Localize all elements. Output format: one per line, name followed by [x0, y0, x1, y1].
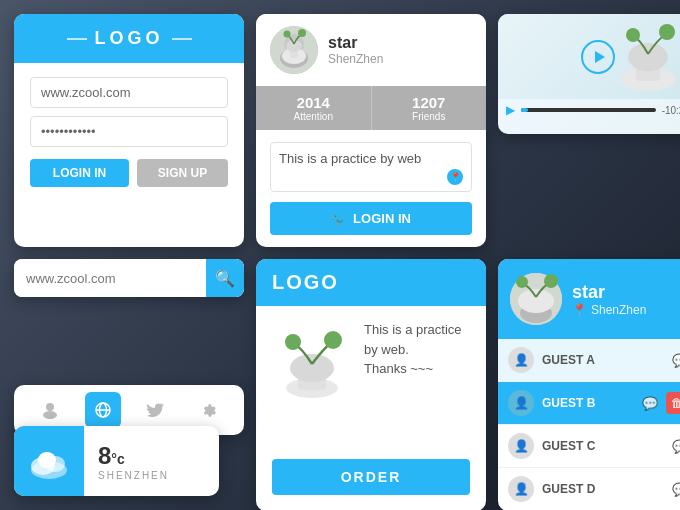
login-card: LOGO LOGIN IN SIGN UP — [14, 14, 244, 247]
profile2-info: star 📍 ShenZhen — [572, 282, 646, 317]
video-time: -10:23 — [662, 105, 680, 116]
location-dot-icon: 📍 — [447, 169, 463, 185]
weather-icon-area — [14, 426, 84, 496]
thanks-text: Thanks ~~~ — [364, 361, 433, 376]
guest-list: 👤 GUEST A 💬 👤 GUEST B 💬 🗑 👤 GUEST C 💬 👤 … — [498, 339, 680, 510]
stat-friends: 1207 Friends — [371, 86, 487, 130]
guest-item-c[interactable]: 👤 GUEST C 💬 — [498, 425, 680, 468]
search-card: 🔍 — [14, 259, 244, 297]
search-icon: 🔍 — [215, 269, 235, 288]
logo2-card: LOGO This is a practice by web. Thanks ~… — [256, 259, 486, 510]
logo2-label: LOGO — [272, 271, 339, 293]
svg-point-21 — [544, 274, 558, 288]
guest-b-name: GUEST B — [542, 396, 634, 410]
video-card: ▶ -10:23 — [498, 14, 680, 134]
svg-point-12 — [626, 28, 640, 42]
svg-point-16 — [324, 331, 342, 349]
login-buttons: LOGIN IN SIGN UP — [30, 159, 228, 187]
body-text: This is a practice by web. — [364, 322, 462, 357]
gear-icon[interactable] — [190, 392, 226, 428]
svg-point-7 — [284, 31, 291, 38]
url-input[interactable] — [30, 77, 228, 108]
svg-point-24 — [43, 411, 57, 419]
search-input[interactable] — [14, 259, 206, 297]
logo2-body: This is a practice by web. Thanks ~~~ — [256, 306, 486, 459]
stat-attention: 2014 Attention — [256, 86, 371, 130]
svg-point-11 — [659, 24, 675, 40]
profile-info: star ShenZhen — [328, 34, 472, 66]
svg-point-6 — [298, 29, 306, 37]
guest-c-name: GUEST C — [542, 439, 664, 453]
guest-d-icon: 👤 — [508, 476, 534, 502]
weather-info: 8°c SHENZHEN — [84, 426, 183, 496]
profile-card: star ShenZhen 2014 Attention 1207 Friend… — [256, 14, 486, 247]
signup-button[interactable]: SIGN UP — [137, 159, 228, 187]
person-icon[interactable] — [32, 392, 68, 428]
guest-item-d[interactable]: 👤 GUEST D 💬 — [498, 468, 680, 510]
profile-header: star ShenZhen — [256, 14, 486, 86]
svg-point-20 — [518, 289, 554, 313]
video-thumbnail — [498, 14, 680, 99]
profile2-avatar — [510, 273, 562, 325]
video-controls: ▶ -10:23 — [498, 99, 680, 121]
password-input[interactable] — [30, 116, 228, 147]
guest-d-msg-icon[interactable]: 💬 — [672, 482, 680, 497]
svg-point-23 — [46, 403, 54, 411]
attention-label: Attention — [256, 111, 371, 122]
attention-number: 2014 — [256, 94, 371, 111]
login-button[interactable]: LOGIN IN — [30, 159, 129, 187]
guest-c-icon: 👤 — [508, 433, 534, 459]
guest-a-name: GUEST A — [542, 353, 664, 367]
profile2-location: 📍 ShenZhen — [572, 303, 646, 317]
svg-point-5 — [286, 40, 302, 52]
svg-point-15 — [290, 354, 334, 382]
guest-b-msg-icon[interactable]: 💬 — [642, 396, 658, 411]
svg-point-31 — [38, 452, 56, 468]
profile2-city: ShenZhen — [591, 303, 646, 317]
guest-d-name: GUEST D — [542, 482, 664, 496]
profile2-card: star 📍 ShenZhen 👤 GUEST A 💬 👤 GUEST B 💬 … — [498, 259, 680, 510]
guest-b-icon: 👤 — [508, 390, 534, 416]
avatar — [270, 26, 318, 74]
weather-temperature: 8°c — [98, 442, 169, 470]
logo-label: LOGO — [95, 28, 164, 49]
order-button[interactable]: ORDER — [272, 459, 470, 495]
twitter-icon[interactable] — [137, 392, 173, 428]
play-button[interactable] — [581, 40, 615, 74]
progress-bar[interactable] — [521, 108, 656, 112]
delete-icon[interactable]: 🗑 — [666, 392, 680, 414]
svg-point-10 — [628, 43, 668, 71]
practice-text: This is a practice by web — [279, 151, 421, 166]
svg-point-17 — [285, 334, 301, 350]
play-small-icon[interactable]: ▶ — [506, 103, 515, 117]
guest-a-msg-icon[interactable]: 💬 — [672, 353, 680, 368]
profile-name: star — [328, 34, 472, 52]
practice-text-box: This is a practice by web 📍 — [270, 142, 472, 192]
weather-city: SHENZHEN — [98, 470, 169, 481]
guest-item-a[interactable]: 👤 GUEST A 💬 — [498, 339, 680, 382]
guest-item-b[interactable]: 👤 GUEST B 💬 🗑 — [498, 382, 680, 425]
friends-label: Friends — [372, 111, 487, 122]
login-body: LOGIN IN SIGN UP — [14, 63, 244, 203]
play-icon — [595, 51, 605, 63]
location-pin-icon: 📍 — [572, 303, 587, 317]
twitter-login-label: LOGIN IN — [353, 211, 411, 226]
friends-number: 1207 — [372, 94, 487, 111]
profile-location: ShenZhen — [328, 52, 472, 66]
login-header: LOGO — [14, 14, 244, 63]
weather-card: 8°c SHENZHEN — [14, 426, 219, 496]
search-button[interactable]: 🔍 — [206, 259, 244, 297]
twitter-login-button[interactable]: 🐦 LOGIN IN — [270, 202, 472, 235]
logo2-text: This is a practice by web. Thanks ~~~ — [364, 320, 470, 445]
profile2-name: star — [572, 282, 646, 303]
guest-a-icon: 👤 — [508, 347, 534, 373]
plant-image — [272, 320, 352, 400]
profile-stats: 2014 Attention 1207 Friends — [256, 86, 486, 130]
guest-c-msg-icon[interactable]: 💬 — [672, 439, 680, 454]
twitter-icon: 🐦 — [331, 211, 347, 226]
profile2-header: star 📍 ShenZhen — [498, 259, 680, 339]
logo2-header: LOGO — [256, 259, 486, 306]
progress-fill — [521, 108, 528, 112]
globe-icon[interactable] — [85, 392, 121, 428]
svg-point-22 — [516, 276, 528, 288]
